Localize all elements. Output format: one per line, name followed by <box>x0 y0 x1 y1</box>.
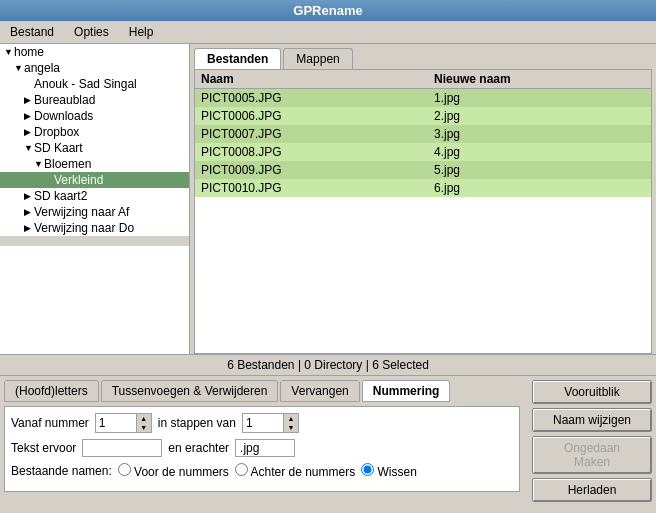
radio-achter-label: Achter de nummers <box>250 465 355 479</box>
col-header-nieuwe-naam: Nieuwe naam <box>428 70 651 89</box>
table-row[interactable]: PICT0010.JPG6.jpg <box>195 179 651 197</box>
en-erachter-input[interactable] <box>235 439 295 457</box>
ongedaan-maken-button[interactable]: Ongedaan Maken <box>532 436 652 474</box>
tree-item-bloemen[interactable]: ▼ Bloemen <box>0 156 189 172</box>
bottom-left: (Hoofd)letters Tussenvoegen & Verwijdere… <box>4 380 520 502</box>
file-new-name: 5.jpg <box>428 161 651 179</box>
stappen-input-wrap: ▲ ▼ <box>242 413 299 433</box>
right-buttons: Vooruitblik Naam wijzigen Ongedaan Maken… <box>532 380 652 502</box>
menu-help[interactable]: Help <box>123 23 160 41</box>
naam-wijzigen-button[interactable]: Naam wijzigen <box>532 408 652 432</box>
tree-item-verwijzing2[interactable]: ▶ Verwijzing naar Do <box>0 220 189 236</box>
file-new-name: 3.jpg <box>428 125 651 143</box>
tekst-ervoor-input[interactable] <box>82 439 162 457</box>
tree-item-bureaublad[interactable]: ▶ Bureaublad <box>0 92 189 108</box>
vanaf-spinners: ▲ ▼ <box>136 414 151 432</box>
stappen-up[interactable]: ▲ <box>284 414 298 423</box>
table-row[interactable]: PICT0007.JPG3.jpg <box>195 125 651 143</box>
tree-label-bureaublad: Bureaublad <box>34 93 95 107</box>
vanaf-up[interactable]: ▲ <box>137 414 151 423</box>
menu-opties[interactable]: Opties <box>68 23 115 41</box>
menu-bestand[interactable]: Bestand <box>4 23 60 41</box>
file-table-container: Naam Nieuwe naam PICT0005.JPG1.jpgPICT00… <box>194 69 652 354</box>
tab-mappen[interactable]: Mappen <box>283 48 352 69</box>
tab-nummering[interactable]: Nummering <box>362 380 451 402</box>
tab-tussenvoegen[interactable]: Tussenvoegen & Verwijderen <box>101 380 279 402</box>
file-original-name: PICT0006.JPG <box>195 107 428 125</box>
table-row[interactable]: PICT0008.JPG4.jpg <box>195 143 651 161</box>
tree-label-verkleind: Verkleind <box>54 173 103 187</box>
status-bar: 6 Bestanden | 0 Directory | 6 Selected <box>0 354 656 376</box>
tree-item-verkleind[interactable]: Verkleind <box>0 172 189 188</box>
tree-label-bloemen: Bloemen <box>44 157 91 171</box>
vanaf-down[interactable]: ▼ <box>137 423 151 432</box>
form-row-1: Vanaf nummer ▲ ▼ in stappen van ▲ ▼ <box>11 413 513 433</box>
arrow-dropbox: ▶ <box>24 127 34 137</box>
sidebar: ▼ home ▼ angela Anouk - Sad Singal ▶ Bur… <box>0 44 190 354</box>
vanaf-label: Vanaf nummer <box>11 416 89 430</box>
arrow-verwijzing1: ▶ <box>24 207 34 217</box>
arrow-home: ▼ <box>4 47 14 57</box>
title-bar: GPRename <box>0 0 656 21</box>
file-new-name: 4.jpg <box>428 143 651 161</box>
bottom-tabs: (Hoofd)letters Tussenvoegen & Verwijdere… <box>4 380 520 402</box>
tree-item-angela[interactable]: ▼ angela <box>0 60 189 76</box>
file-original-name: PICT0009.JPG <box>195 161 428 179</box>
tree-label-angela: angela <box>24 61 60 75</box>
table-row[interactable]: PICT0006.JPG2.jpg <box>195 107 651 125</box>
tree-item-sdkaart[interactable]: ▼ SD Kaart <box>0 140 189 156</box>
file-original-name: PICT0005.JPG <box>195 89 428 108</box>
tab-hoofdletters[interactable]: (Hoofd)letters <box>4 380 99 402</box>
tab-bestanden[interactable]: Bestanden <box>194 48 281 69</box>
arrow-anouk <box>24 79 34 89</box>
vanaf-input[interactable] <box>96 415 136 431</box>
file-original-name: PICT0010.JPG <box>195 179 428 197</box>
stappen-input[interactable] <box>243 415 283 431</box>
arrow-verwijzing2: ▶ <box>24 223 34 233</box>
stappen-label: in stappen van <box>158 416 236 430</box>
main-area: ▼ home ▼ angela Anouk - Sad Singal ▶ Bur… <box>0 44 656 354</box>
tree-label-sdkaart2: SD kaart2 <box>34 189 87 203</box>
table-row[interactable]: PICT0005.JPG1.jpg <box>195 89 651 108</box>
arrow-downloads: ▶ <box>24 111 34 121</box>
herladen-button[interactable]: Herladen <box>532 478 652 502</box>
arrow-angela: ▼ <box>14 63 24 73</box>
radio-achter-input[interactable] <box>235 463 248 476</box>
file-original-name: PICT0008.JPG <box>195 143 428 161</box>
tree-item-dropbox[interactable]: ▶ Dropbox <box>0 124 189 140</box>
tekst-ervoor-label: Tekst ervoor <box>11 441 76 455</box>
tree-item-sdkaart2[interactable]: ▶ SD kaart2 <box>0 188 189 204</box>
radio-wissen[interactable]: Wissen <box>361 463 417 479</box>
arrow-bureaublad: ▶ <box>24 95 34 105</box>
table-row[interactable]: PICT0009.JPG5.jpg <box>195 161 651 179</box>
menu-bar: Bestand Opties Help <box>0 21 656 44</box>
radio-achter[interactable]: Achter de nummers <box>235 463 355 479</box>
vooruitblik-button[interactable]: Vooruitblik <box>532 380 652 404</box>
radio-voor-input[interactable] <box>118 463 131 476</box>
file-new-name: 6.jpg <box>428 179 651 197</box>
bottom-layout: (Hoofd)letters Tussenvoegen & Verwijdere… <box>4 380 652 502</box>
bottom-panel: (Hoofd)letters Tussenvoegen & Verwijdere… <box>0 376 656 506</box>
radio-group: Voor de nummers Achter de nummers Wissen <box>118 463 417 479</box>
radio-voor[interactable]: Voor de nummers <box>118 463 229 479</box>
radio-wissen-input[interactable] <box>361 463 374 476</box>
window-title: GPRename <box>293 3 362 18</box>
tree-item-verwijzing1[interactable]: ▶ Verwijzing naar Af <box>0 204 189 220</box>
form-row-2: Tekst ervoor en erachter <box>11 439 513 457</box>
tree-label-verwijzing1: Verwijzing naar Af <box>34 205 129 219</box>
tree-item-downloads[interactable]: ▶ Downloads <box>0 108 189 124</box>
stappen-down[interactable]: ▼ <box>284 423 298 432</box>
sidebar-scrollbar[interactable] <box>0 236 189 246</box>
vanaf-input-wrap: ▲ ▼ <box>95 413 152 433</box>
tab-vervangen[interactable]: Vervangen <box>280 380 359 402</box>
tree-item-anouk[interactable]: Anouk - Sad Singal <box>0 76 189 92</box>
bottom-form: Vanaf nummer ▲ ▼ in stappen van ▲ ▼ <box>4 406 520 492</box>
tree-label-downloads: Downloads <box>34 109 93 123</box>
file-original-name: PICT0007.JPG <box>195 125 428 143</box>
tree-item-home[interactable]: ▼ home <box>0 44 189 60</box>
tree-label-dropbox: Dropbox <box>34 125 79 139</box>
stappen-spinners: ▲ ▼ <box>283 414 298 432</box>
radio-voor-label: Voor de nummers <box>134 465 229 479</box>
arrow-sdkaart: ▼ <box>24 143 34 153</box>
arrow-sdkaart2: ▶ <box>24 191 34 201</box>
